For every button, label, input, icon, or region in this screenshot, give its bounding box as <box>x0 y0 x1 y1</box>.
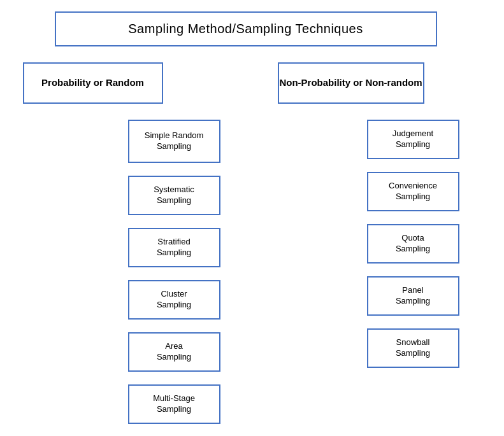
left-branch-box: Probability or Random <box>23 62 163 104</box>
right-branch-box: Non-Probability or Non-random <box>278 62 424 104</box>
title-box: Sampling Method/Sampling Techniques <box>55 11 437 46</box>
left-item-3: Stratified Sampling <box>128 228 220 267</box>
right-item-2: Convenience Sampling <box>367 172 459 211</box>
left-item-5: Area Sampling <box>128 332 220 372</box>
right-item-1: Judgement Sampling <box>367 120 459 159</box>
left-item-6: Multi-Stage Sampling <box>128 384 220 424</box>
right-item-4: Panel Sampling <box>367 276 459 316</box>
right-item-5: Snowball Sampling <box>367 328 459 368</box>
right-item-3: Quota Sampling <box>367 224 459 264</box>
left-item-1: Simple Random Sampling <box>128 120 220 163</box>
diagram: Sampling Method/Sampling Techniques Prob… <box>4 5 501 432</box>
left-item-4: Cluster Sampling <box>128 280 220 320</box>
left-item-2: Systematic Sampling <box>128 176 220 215</box>
